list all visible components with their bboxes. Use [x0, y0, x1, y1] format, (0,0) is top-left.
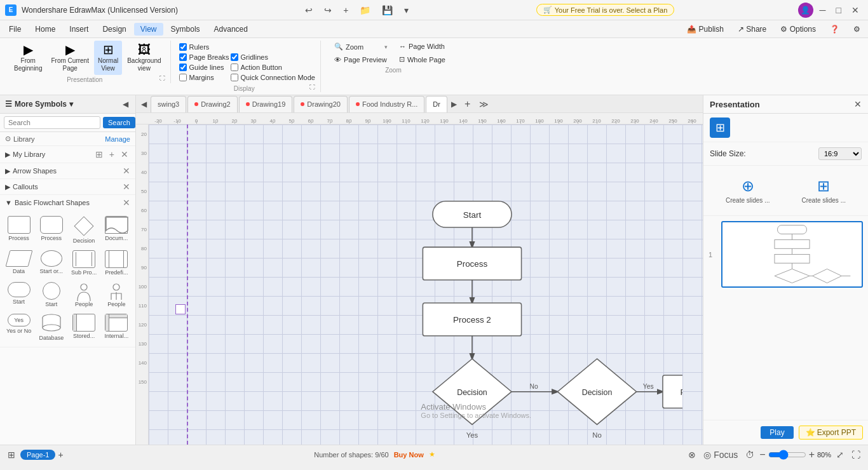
quick-connection-checkbox[interactable]: Quick Connection Mode [231, 74, 315, 81]
trial-badge[interactable]: 🛒 Your Free Trial is over. Select a Plan [536, 4, 675, 16]
fullscreen-btn[interactable]: ⛶ [849, 448, 863, 461]
my-library-close-btn[interactable]: ✕ [119, 149, 130, 159]
normal-view-btn[interactable]: ⊞ NormalView [94, 41, 122, 75]
focus-btn[interactable]: ◎ Focus [701, 448, 740, 461]
manage-link[interactable]: Manage [105, 135, 130, 143]
tab-overflow-btn[interactable]: ≫ [475, 97, 492, 111]
page-width-btn[interactable]: ↔ Page Width [394, 41, 458, 52]
menu-view[interactable]: View [134, 23, 163, 36]
shape-internal[interactable]: Internal... [102, 312, 132, 343]
my-library-header[interactable]: ▶ My Library ⊞ + ✕ [0, 146, 135, 163]
arrow-shapes-header[interactable]: ▶ Arrow Shapes ✕ [0, 163, 135, 178]
shape-start-rounded[interactable]: Start [4, 280, 34, 309]
shape-process-rect[interactable]: Process [4, 214, 34, 246]
shape-start-or[interactable]: Start or... [36, 248, 66, 278]
from-beginning-btn[interactable]: ▶ FromBeginning [10, 41, 46, 75]
page-layout-btn[interactable]: ⊞ [5, 448, 18, 461]
avatar[interactable]: 👤 [798, 3, 813, 18]
zoom-in-btn[interactable]: + [809, 449, 815, 460]
gridlines-checkbox[interactable]: Gridlines [231, 53, 315, 61]
options-btn[interactable]: ⚙ Options [775, 23, 821, 36]
zoom-slider[interactable] [768, 450, 806, 460]
callouts-close-btn[interactable]: ✕ [123, 182, 130, 191]
shape-predefined[interactable]: Predefi... [102, 248, 132, 278]
tab-swing3[interactable]: swing3 [151, 96, 186, 112]
undo-btn[interactable]: ↩ [301, 3, 316, 18]
minimize-btn[interactable]: ─ [816, 3, 830, 18]
tab-nav-back[interactable]: ◀ [139, 98, 149, 110]
shape-data[interactable]: Data [4, 248, 34, 278]
create-slides-auto-btn[interactable]: ⊕ Create slides ... [722, 173, 773, 208]
create-slides-manual-btn[interactable]: ⊞ Create slides ... [798, 173, 850, 208]
guide-lines-checkbox[interactable]: Guide lines [179, 64, 229, 71]
page-breaks-input[interactable] [179, 53, 187, 61]
play-btn[interactable]: Play [761, 426, 793, 439]
my-library-import-btn[interactable]: ⊞ [93, 149, 105, 159]
settings-btn[interactable]: ⚙ [848, 23, 865, 36]
presentation-close-btn[interactable]: ✕ [854, 99, 862, 109]
callouts-header[interactable]: ▶ Callouts ✕ [0, 179, 135, 194]
tab-food-industry[interactable]: Food Industry R... [349, 96, 424, 112]
page-tab-1[interactable]: Page-1 [20, 450, 55, 460]
shape-decision[interactable]: Decision [69, 214, 99, 246]
gridlines-input[interactable] [231, 53, 238, 61]
quick-connection-input[interactable] [231, 74, 238, 81]
more-symbols-toggle[interactable]: ☰ More Symbols ▾ [5, 100, 73, 109]
redo-btn[interactable]: ↪ [320, 3, 336, 18]
timer-btn[interactable]: ⏱ [743, 448, 757, 461]
shape-stored[interactable]: Stored... [69, 312, 99, 343]
from-current-page-btn[interactable]: ▶ From CurrentPage [47, 41, 92, 75]
selection-box[interactable] [175, 304, 186, 314]
display-expand[interactable]: ⛶ [309, 84, 315, 92]
tab-add-btn[interactable]: + [461, 97, 474, 112]
presentation-mode-icon[interactable]: ⊞ [710, 117, 730, 138]
canvas-wrapper[interactable]: 20 30 40 50 60 70 80 90 100 110 120 130 … [136, 124, 703, 445]
basic-flowchart-close-btn[interactable]: ✕ [123, 198, 130, 207]
search-button[interactable]: Search [103, 117, 135, 128]
my-library-add-btn[interactable]: + [107, 149, 116, 159]
shape-sub-process[interactable]: Sub Pro... [69, 248, 99, 278]
menu-home[interactable]: Home [29, 23, 62, 36]
rulers-checkbox[interactable]: Rulers [179, 43, 229, 51]
guide-lines-input[interactable] [179, 64, 187, 71]
background-view-btn[interactable]: 🖼 Backgroundview [123, 41, 165, 75]
page-breaks-checkbox[interactable]: Page Breaks [179, 53, 229, 61]
close-btn[interactable]: ✕ [848, 3, 863, 18]
drawing-canvas[interactable]: Start Process Process 2 Decision [149, 124, 703, 445]
menu-insert[interactable]: Insert [63, 23, 95, 36]
page-preview-btn[interactable]: 👁 Page Preview [329, 54, 393, 65]
whole-page-btn[interactable]: ⊡ Whole Page [394, 53, 458, 65]
shape-people-2[interactable]: People [102, 280, 132, 309]
margins-input[interactable] [179, 74, 187, 81]
slide-1-thumbnail[interactable] [721, 221, 863, 288]
tab-drawing19[interactable]: Drawing19 [239, 96, 293, 112]
zoom-btn[interactable]: 🔍 Zoom ▾ [329, 41, 393, 53]
basic-flowchart-header[interactable]: ▼ Basic Flowchart Shapes ✕ [0, 195, 135, 210]
save-btn[interactable]: 💾 [378, 3, 397, 18]
maximize-btn[interactable]: □ [832, 3, 845, 18]
rulers-input[interactable] [179, 43, 187, 51]
more-btn[interactable]: ▾ [400, 3, 412, 18]
tab-drawing2[interactable]: Drawing2 [187, 96, 237, 112]
shape-people-1[interactable]: People [69, 280, 99, 309]
publish-btn[interactable]: 📤 Publish [682, 23, 729, 36]
menu-symbols[interactable]: Symbols [165, 23, 207, 36]
shape-document[interactable]: Docum... [102, 214, 132, 246]
fit-page-btn[interactable]: ⤢ [834, 448, 846, 461]
tab-dr[interactable]: Dr [426, 96, 447, 112]
share-btn[interactable]: ↗ Share [733, 23, 771, 36]
slide-size-select[interactable]: 16:9 4:3 Custom [818, 147, 862, 160]
menu-file[interactable]: File [3, 23, 27, 36]
sidebar-collapse-btn[interactable]: ◀ [121, 99, 130, 109]
zoom-out-btn[interactable]: − [759, 449, 765, 460]
margins-checkbox[interactable]: Margins [179, 74, 229, 81]
export-ppt-btn[interactable]: ⭐ Export PPT [799, 426, 863, 440]
shape-yes-no[interactable]: Yes Yes or No [4, 312, 34, 343]
add-page-btn[interactable]: + [58, 450, 63, 460]
menu-design[interactable]: Design [96, 23, 132, 36]
open-btn[interactable]: 📁 [356, 3, 374, 18]
action-button-checkbox[interactable]: Action Button [231, 64, 315, 71]
tab-drawing20[interactable]: Drawing20 [294, 96, 348, 112]
shape-start-circle[interactable]: Start [36, 280, 66, 309]
menu-advanced[interactable]: Advanced [208, 23, 254, 36]
